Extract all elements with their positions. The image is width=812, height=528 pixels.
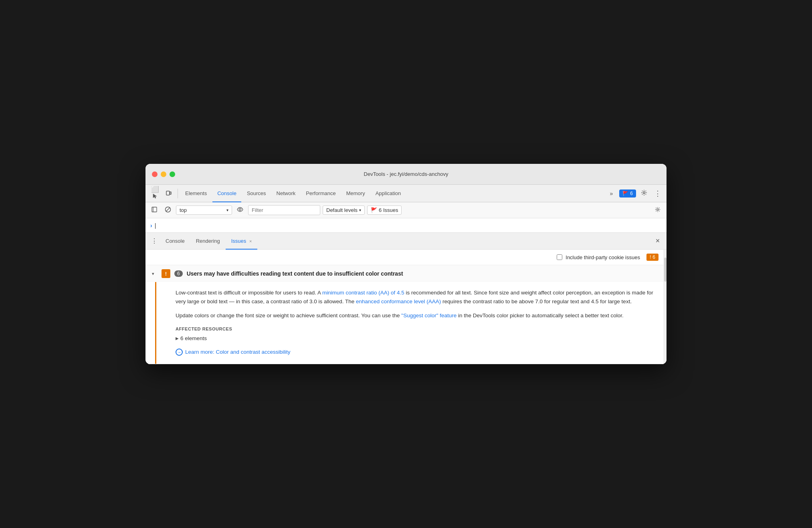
titlebar: DevTools - jec.fyi/demo/cds-anchovy [145, 164, 667, 185]
inspect-element-button[interactable]: ⬜ [149, 187, 162, 200]
filter-input[interactable] [248, 205, 320, 215]
context-selector[interactable]: top ▾ [176, 206, 232, 215]
tab-application[interactable]: Application [371, 185, 406, 202]
elements-expand-button[interactable]: ▶ 6 elements [176, 335, 657, 342]
console-input[interactable]: | [155, 222, 156, 229]
maximize-window-button[interactable] [170, 171, 175, 177]
third-party-cookie-checkbox[interactable] [557, 254, 562, 260]
tab-sources[interactable]: Sources [242, 185, 271, 202]
warning-total-icon: ! [650, 254, 651, 260]
device-toolbar-button[interactable] [162, 187, 175, 200]
close-panel-button[interactable]: × [652, 236, 663, 247]
learn-more-arrow-icon: → [176, 349, 183, 356]
device-icon [166, 189, 172, 197]
chevron-down-icon: ▾ [226, 208, 228, 212]
issue-description: Low-contrast text is difficult or imposs… [176, 288, 657, 306]
third-party-checkbox-row: Include third-party cookie issues ! 6 [145, 250, 667, 265]
more-tabs-icon: » [610, 190, 613, 197]
console-input-row: › | [145, 218, 667, 233]
svg-rect-0 [166, 191, 170, 195]
svg-rect-3 [152, 207, 157, 212]
issue-header[interactable]: ▾ ! 6 Users may have difficulties readin… [145, 265, 667, 282]
more-tabs-button[interactable]: » [605, 187, 618, 200]
issue-body: Low-contrast text is difficult or imposs… [155, 282, 667, 364]
cursor-icon: ⬜ [149, 185, 162, 201]
suggest-color-link[interactable]: "Suggest color" feature [401, 312, 456, 318]
issues-badge-icon: 🚩 [622, 191, 628, 196]
issues-total-count: 6 [652, 254, 655, 260]
aa-contrast-link[interactable]: minimum contrast ratio (AA) of 4.5 [322, 290, 404, 296]
window-controls [152, 171, 175, 177]
bottom-tabs-bar: ⋮ Console Rendering Issues × × [145, 233, 667, 250]
tab-bottom-console[interactable]: Console [160, 233, 190, 250]
eye-button[interactable] [234, 205, 246, 216]
console-gear-icon [655, 207, 661, 214]
context-value: top [180, 207, 187, 213]
close-panel-icon: × [656, 237, 660, 245]
close-window-button[interactable] [152, 171, 158, 177]
tab-console[interactable]: Console [212, 185, 241, 202]
devtools-window: DevTools - jec.fyi/demo/cds-anchovy ⬜ El… [145, 164, 667, 364]
issue-item-contrast: ▾ ! 6 Users may have difficulties readin… [145, 265, 667, 364]
sidebar-icon [151, 207, 157, 214]
block-icon [165, 206, 171, 214]
elements-expand-arrow-icon: ▶ [176, 336, 179, 341]
toolbar-separator [178, 189, 178, 198]
elements-count-label: 6 elements [180, 335, 207, 341]
console-prompt: › [150, 222, 152, 229]
dots-vertical-icon: ⋮ [654, 189, 661, 198]
issue-chevron-icon: ▾ [152, 271, 158, 276]
issues-count-label: 6 Issues [379, 207, 398, 213]
devtools-toolbar: ⬜ Elements Console Sources Netw [145, 185, 667, 202]
minimize-window-button[interactable] [161, 171, 166, 177]
tab-network[interactable]: Network [272, 185, 301, 202]
svg-point-2 [643, 191, 645, 193]
window-title: DevTools - jec.fyi/demo/cds-anchovy [364, 171, 448, 177]
issues-count-button[interactable]: 🚩 6 Issues [367, 206, 402, 215]
toolbar-right: » 🚩 6 ⋮ [605, 187, 663, 200]
default-levels-selector[interactable]: Default levels ▾ [323, 206, 365, 215]
svg-point-7 [239, 209, 241, 211]
issues-warning-icon: 🚩 [371, 207, 377, 213]
issue-count-badge: 6 [174, 270, 183, 277]
tab-performance[interactable]: Performance [301, 185, 340, 202]
console-bar: top ▾ Default levels ▾ 🚩 6 Issues [145, 202, 667, 218]
console-settings-button[interactable] [652, 205, 663, 216]
issues-badge-count: 6 [630, 191, 633, 196]
affected-resources-label: AFFECTED RESOURCES [176, 326, 657, 331]
levels-chevron-icon: ▾ [359, 208, 361, 212]
default-levels-label: Default levels [326, 207, 358, 213]
bottom-tab-menu-button[interactable]: ⋮ [149, 236, 160, 247]
issues-total-badge: ! 6 [646, 254, 658, 261]
scrollbar-track [663, 250, 667, 364]
eye-icon [237, 207, 243, 213]
third-party-cookie-label[interactable]: Include third-party cookie issues [566, 254, 640, 260]
svg-line-6 [166, 208, 170, 212]
settings-button[interactable] [638, 187, 650, 200]
tab-elements[interactable]: Elements [180, 185, 212, 202]
aaa-conformance-link[interactable]: enhanced conformance level (AAA) [356, 298, 441, 304]
issue-fix: Update colors or change the font size or… [176, 311, 657, 320]
gear-icon [641, 189, 647, 197]
close-issues-tab-button[interactable]: × [249, 239, 252, 244]
svg-rect-1 [170, 192, 171, 194]
scrollbar-thumb[interactable] [664, 258, 667, 282]
warning-exclamation-icon: ! [165, 271, 167, 277]
learn-more-link[interactable]: → Learn more: Color and contrast accessi… [176, 349, 657, 356]
tab-memory[interactable]: Memory [341, 185, 370, 202]
issues-badge[interactable]: 🚩 6 [619, 189, 636, 197]
more-options-button[interactable]: ⋮ [652, 188, 663, 199]
bottom-menu-dots-icon: ⋮ [151, 237, 158, 245]
issues-panel: Include third-party cookie issues ! 6 ▾ … [145, 250, 667, 364]
tab-bottom-rendering[interactable]: Rendering [190, 233, 226, 250]
issue-warning-badge: ! [162, 269, 170, 278]
clear-console-button[interactable] [162, 205, 174, 216]
sidebar-toggle-button[interactable] [149, 205, 160, 216]
issue-title: Users may have difficulties reading text… [187, 270, 403, 277]
issues-panel-wrapper: Include third-party cookie issues ! 6 ▾ … [145, 250, 667, 364]
learn-more-text: Learn more: Color and contrast accessibi… [185, 349, 291, 355]
tab-bottom-issues[interactable]: Issues × [226, 233, 258, 250]
svg-point-8 [657, 209, 658, 210]
